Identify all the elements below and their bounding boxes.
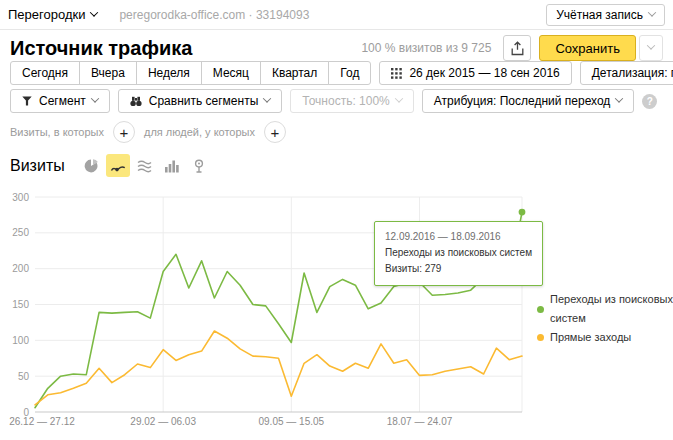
- legend-label: Переходы из поисковых систем: [550, 290, 673, 328]
- accuracy-button[interactable]: Точность: 100%: [290, 89, 413, 113]
- detalization-button[interactable]: Детализация: по неделям: [580, 61, 673, 85]
- top-bar: Перегородки peregorodka-office.com · 331…: [0, 0, 673, 30]
- hovered-point-marker: [519, 209, 526, 216]
- y-axis-tick-label: 50: [18, 371, 30, 382]
- save-more-button[interactable]: [639, 35, 663, 61]
- tooltip-series-name: Переходы из поисковых систем: [385, 245, 532, 261]
- period-tab-group: СегодняВчераНеделяМесяцКварталГод: [10, 61, 371, 85]
- period-tab[interactable]: Вчера: [79, 61, 137, 85]
- period-tab[interactable]: Год: [328, 61, 371, 85]
- counter-site-info: peregorodka-office.com · 33194093: [119, 8, 309, 22]
- people-condition-label: для людей, у которых: [144, 126, 255, 138]
- metric-label: Визиты: [10, 157, 65, 175]
- legend-dot: [537, 306, 544, 313]
- geo-map-button[interactable]: [187, 154, 211, 177]
- geo-pin-icon: [193, 159, 205, 173]
- legend-item[interactable]: Прямые заходы: [537, 328, 673, 347]
- add-visit-condition-button[interactable]: +: [113, 121, 135, 143]
- period-tab[interactable]: Месяц: [201, 61, 261, 85]
- y-axis-tick-label: 200: [12, 263, 29, 274]
- segment-button[interactable]: Сегмент: [10, 89, 110, 113]
- calendar-grid-icon: [391, 68, 402, 79]
- chevron-down-icon: [263, 94, 271, 102]
- chevron-down-icon: [647, 41, 655, 49]
- line-chart-button[interactable]: [106, 154, 130, 177]
- chevron-down-icon: [90, 8, 98, 16]
- legend-label: Прямые заходы: [550, 328, 631, 347]
- pie-chart-button[interactable]: [79, 154, 103, 177]
- compare-segments-label: Сравнить сегменты: [149, 90, 259, 112]
- legend-dot: [537, 334, 544, 341]
- x-axis-tick-label: 09.05 — 15.05: [259, 416, 325, 427]
- attribution-label: Атрибуция: Последний переход: [434, 90, 611, 112]
- export-icon: [511, 41, 524, 56]
- project-name: Перегородки: [8, 7, 85, 22]
- chevron-down-icon: [395, 94, 403, 102]
- attribution-button[interactable]: Атрибуция: Последний переход: [422, 89, 635, 113]
- save-button[interactable]: Сохранить: [539, 35, 636, 61]
- period-controls: СегодняВчераНеделяМесяцКварталГод 26 дек…: [10, 61, 673, 85]
- report-header: Источник трафика 100 % визитов из 9 725 …: [0, 33, 673, 63]
- period-tab[interactable]: Сегодня: [10, 61, 80, 85]
- chevron-down-icon: [91, 94, 99, 102]
- chevron-down-icon: [648, 8, 656, 16]
- pie-chart-icon: [84, 159, 98, 173]
- series-line: [35, 331, 522, 405]
- metrica-report-page: Перегородки peregorodka-office.com · 331…: [0, 0, 673, 440]
- x-axis-tick-label: 29.02 — 06.03: [130, 416, 196, 427]
- detalization-label: Детализация: по неделям: [592, 62, 673, 84]
- account-button-label: Учётная запись: [556, 5, 643, 25]
- column-chart-icon: [164, 159, 179, 173]
- column-chart-button[interactable]: [160, 154, 184, 177]
- chart-header: Визиты: [10, 154, 214, 177]
- y-axis-tick-label: 300: [12, 192, 29, 203]
- period-tab[interactable]: Неделя: [136, 61, 202, 85]
- line-chart-icon: [110, 159, 126, 173]
- x-axis-tick-label: 18.07 — 24.07: [387, 416, 453, 427]
- binoculars-icon: [130, 96, 142, 107]
- x-axis-tick-label: 26.12 — 27.12: [9, 416, 75, 427]
- account-button[interactable]: Учётная запись: [546, 4, 665, 26]
- help-icon[interactable]: ?: [642, 94, 657, 109]
- filter-controls: Сегмент Сравнить сегменты Точность: 100%: [10, 89, 657, 113]
- add-people-condition-button[interactable]: +: [264, 121, 286, 143]
- chart-area: 05010015020025030026.12 — 27.1229.02 — 0…: [0, 186, 673, 440]
- compare-segments-button[interactable]: Сравнить сегменты: [118, 89, 283, 113]
- y-axis-tick-label: 250: [12, 227, 29, 238]
- export-button[interactable]: [503, 35, 531, 61]
- y-axis-tick-label: 100: [12, 335, 29, 346]
- date-range-button[interactable]: 26 дек 2015 — 18 сен 2016: [379, 61, 571, 85]
- funnel-icon: [22, 96, 32, 106]
- chart-legend: Переходы из поисковых системПрямые заход…: [537, 290, 673, 347]
- accuracy-label: Точность: 100%: [302, 90, 389, 112]
- legend-item[interactable]: Переходы из поисковых систем: [537, 290, 673, 328]
- period-tab[interactable]: Квартал: [260, 61, 329, 85]
- stacked-area-icon: [137, 159, 152, 173]
- visits-condition-label: Визиты, в которых: [10, 126, 104, 138]
- tooltip-period: 12.09.2016 — 18.09.2016: [385, 229, 532, 245]
- date-range-label: 26 дек 2015 — 18 сен 2016: [409, 62, 559, 84]
- chevron-down-icon: [615, 94, 623, 102]
- visits-share-label: 100 % визитов из 9 725: [361, 41, 491, 55]
- stacked-area-chart-button[interactable]: [133, 154, 157, 177]
- page-title: Источник трафика: [10, 37, 192, 60]
- segment-label: Сегмент: [39, 90, 86, 112]
- chart-tooltip: 12.09.2016 — 18.09.2016 Переходы из поис…: [374, 221, 543, 286]
- tooltip-value: Визиты: 279: [385, 261, 532, 277]
- segment-builder-row: Визиты, в которых + для людей, у которых…: [10, 121, 295, 143]
- project-switcher[interactable]: Перегородки: [8, 7, 97, 22]
- y-axis-tick-label: 150: [12, 299, 29, 310]
